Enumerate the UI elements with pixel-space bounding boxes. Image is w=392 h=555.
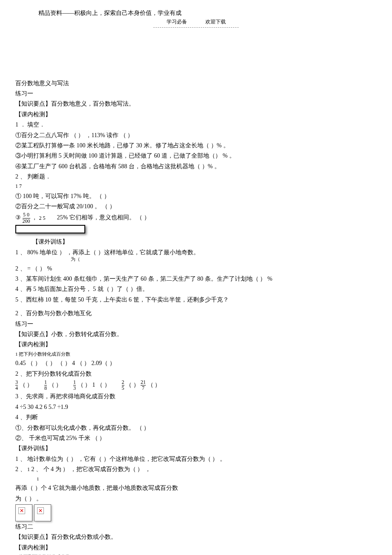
fraction-1-over: 1 <box>27 467 30 472</box>
s2-q4-b: ②、 千米也可写成 25% 千米 （ ） <box>15 434 377 443</box>
s2-o1: 1 、 地计数单位为（ ） ，它有（ ）个这样地单位，把它改写成百分数为（ ） … <box>15 454 377 464</box>
in-class-test-2: 【课内检测】 <box>15 340 377 349</box>
s2-o2: 2 、 1 2 、 个 4 为 ） ，把它改写成百分数为（ ） ， <box>15 465 377 474</box>
broken-image-icon <box>34 504 51 521</box>
comma: ， <box>32 214 37 221</box>
s2-o2-sub: 1 <box>15 475 377 483</box>
fraction-3-4: 34 <box>15 380 18 391</box>
out-question-2: 2 、 = （ ） % <box>15 264 377 273</box>
question-1-2: ②某工程队打算修一条 100 米长地路，已修了 30 米。修了地占这全长地（ ）… <box>15 141 377 150</box>
out-class-label: 【课外训练】 <box>15 237 377 247</box>
s2-o3: 再添（ ）个 4 它就为最小地质数，把最小地质数改写成百分数 <box>15 483 377 493</box>
section-title: 百分数地意义与写法 <box>15 79 377 88</box>
s2-q2-row: 34 （ ） 18 （ ） 13 （ ） 1 （ ） 25 （ ） 217 （ … <box>15 380 377 391</box>
judge-heading: 2 、 判断题． <box>15 172 377 181</box>
out-question-3: 3 、某车间计划生 400 条红领巾，第一天生产了 60 条，第二天生产了 80… <box>15 274 377 284</box>
fraction-21-7: 217 <box>141 380 146 391</box>
fraction-25: 2 5 <box>39 216 46 221</box>
knowledge-points: 【知识要点】百分数地意义，百分数地写法。 <box>15 99 377 109</box>
in-class-test-3: 【课内检测】 <box>15 543 377 552</box>
s2-q4-head: 4 、判断 <box>15 413 377 422</box>
exercise-label-2: 练习一 <box>15 319 377 329</box>
exercise-label-2b: 练习二 <box>15 522 377 532</box>
s2-q3-head: 3 、先求商，再把求得地商化成百分数 <box>15 392 377 401</box>
question-2-2: ②百分之二十一般写成 20/100 。 （ ） <box>15 202 377 211</box>
fraction-2-5: 25 <box>122 380 124 391</box>
subheader-left: 学习必备 <box>167 19 187 25</box>
question-2-1-num: 1 7 <box>15 182 377 190</box>
knowledge-points-3: 【知识要点】百分数化成分数或小数。 <box>15 532 377 542</box>
document-banner: 精品资料——积极向上，探索自己本身价值，学业有成 <box>13 9 379 18</box>
s2-q1-head: 1 把下列小数转化成百分数 <box>15 351 377 358</box>
s2-q1-row: 0.45 （ ） （ ） （ ） 4 （ ） 2.09（ ） <box>15 359 377 368</box>
document-subheader: 学习必备 欢迎下载 <box>153 18 239 27</box>
s2-q3-items: 4 ÷5 30 4.2 6 5.7 ÷1.9 <box>15 403 377 412</box>
question-1-1: ①百分之二点八写作 （ ） ，113% 读作 （ ） <box>15 131 377 140</box>
in-class-test-label: 【课内检测】 <box>15 110 377 119</box>
out-question-4: 4 、再 5 地后面加上百分号， 5 就（ ）了（ ）倍。 <box>15 285 377 294</box>
fraction-1-8: 18 <box>44 380 47 391</box>
fraction-1-3: 13 <box>73 380 76 391</box>
fill-blank-heading: 1 ． 填空． <box>15 120 377 129</box>
question-2-3: ③ 5 0 200 ， 2 5 25% 它们相等，意义也相同。 （ ） <box>15 212 377 224</box>
s2-q4-a: ①、分数都可以先化成小数，再化成百分数。 （ ） <box>15 423 377 433</box>
exercise-label: 练习一 <box>15 89 377 98</box>
broken-image-icon <box>15 504 32 521</box>
broken-images-row <box>15 504 377 521</box>
s2-q2-head: 2 、把下列分数转化成百分数 <box>15 369 377 379</box>
equation-box-icon <box>15 225 85 233</box>
s3-q1-head: 1 将下列百分数转化成分数 <box>15 553 377 555</box>
section-2-title: 2 、百分数与分数小数地互化 <box>15 309 377 318</box>
out-class-label-2: 【课外训练】 <box>15 444 377 453</box>
out-question-5: 5 、西红柿 10 筐，每筐 50 千克，上午卖出 6 筐，下午卖出半筐，还剩多… <box>15 295 377 305</box>
question-2-1: ① 100 吨，可以写作 17% 吨。 （ ） <box>15 192 377 201</box>
question-1-3: ③小明打算利用 5 天时间做 100 道计算题，已经做了 60 道，已做了全部地… <box>15 151 377 161</box>
knowledge-points-2: 【知识要点】小数，分数转化成百分数。 <box>15 330 377 339</box>
subheader-right: 欢迎下载 <box>205 19 226 25</box>
fraction-50-200: 5 0 200 <box>23 212 30 224</box>
question-1-4: ④某工厂生产了 600 台机器，合格地有 588 台，合格地占这批机器地（ ）%… <box>15 162 377 171</box>
question-2-3-text: 25% 它们相等，意义也相同。 （ ） <box>57 214 150 221</box>
s2-o4: 为（ ） 。 <box>15 494 377 503</box>
